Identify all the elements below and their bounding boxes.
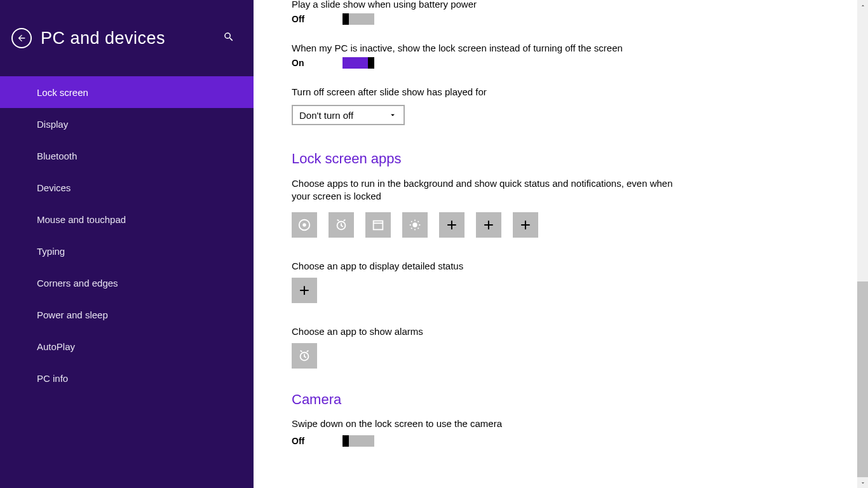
sidebar-item-bluetooth[interactable]: Bluetooth — [0, 140, 254, 172]
scroll-track[interactable] — [857, 11, 868, 477]
inactive-lock-toggle[interactable] — [342, 57, 374, 69]
sidebar-item-label: Mouse and touchpad — [37, 214, 126, 225]
battery-slideshow-state: Off — [292, 14, 342, 24]
detailed-status-slot[interactable]: + — [292, 278, 317, 303]
camera-desc: Swipe down on the lock screen to use the… — [292, 418, 830, 429]
svg-point-4 — [412, 222, 417, 227]
back-arrow-icon — [17, 33, 27, 43]
sidebar-item-corners-edges[interactable]: Corners and edges — [0, 267, 254, 299]
lock-screen-apps-title: Lock screen apps — [292, 151, 830, 167]
app-slot-2[interactable] — [329, 212, 354, 238]
sidebar-item-label: AutoPlay — [37, 341, 75, 352]
circle-dot-icon — [297, 218, 311, 232]
sidebar-item-label: Display — [37, 119, 68, 130]
quick-status-slots: + + + — [292, 212, 830, 238]
search-button[interactable] — [223, 31, 234, 45]
app-slot-1[interactable] — [292, 212, 317, 238]
turnoff-value: Don't turn off — [299, 110, 353, 121]
inactive-lock-state: On — [292, 58, 342, 68]
weather-icon — [408, 218, 422, 232]
sidebar-item-label: PC info — [37, 373, 68, 384]
sidebar-item-devices[interactable]: Devices — [0, 172, 254, 203]
scroll-down-button[interactable] — [857, 477, 868, 488]
app-slot-5-add[interactable]: + — [439, 212, 465, 238]
sidebar-item-power-sleep[interactable]: Power and sleep — [0, 299, 254, 330]
turnoff-dropdown[interactable]: Don't turn off — [292, 105, 405, 125]
camera-title: Camera — [292, 391, 830, 408]
lock-screen-apps-desc: Choose apps to run in the background and… — [292, 177, 686, 203]
sidebar-item-typing[interactable]: Typing — [0, 235, 254, 267]
chevron-down-icon — [860, 480, 866, 486]
chevron-up-icon — [860, 3, 866, 9]
detailed-status-label: Choose an app to display detailed status — [292, 261, 830, 271]
chevron-down-icon — [388, 111, 397, 119]
app-slot-3[interactable] — [365, 212, 391, 238]
sidebar-item-label: Lock screen — [37, 87, 88, 98]
alarm-icon — [334, 218, 348, 232]
sidebar-header: PC and devices — [0, 0, 254, 76]
sidebar-item-lock-screen[interactable]: Lock screen — [0, 76, 254, 108]
camera-toggle[interactable] — [342, 435, 374, 447]
camera-state: Off — [292, 436, 342, 446]
alarms-app-slot[interactable] — [292, 343, 317, 369]
svg-rect-3 — [374, 220, 383, 229]
sidebar: PC and devices Lock screen Display Bluet… — [0, 0, 254, 488]
scroll-thumb[interactable] — [857, 281, 868, 477]
scrollbar — [857, 0, 868, 488]
sidebar-item-display[interactable]: Display — [0, 108, 254, 140]
alarms-app-label: Choose an app to show alarms — [292, 326, 830, 337]
battery-slideshow-toggle[interactable] — [342, 13, 374, 25]
sidebar-item-label: Bluetooth — [37, 151, 77, 161]
app-slot-7-add[interactable]: + — [513, 212, 538, 238]
sidebar-item-autoplay[interactable]: AutoPlay — [0, 330, 254, 362]
turnoff-label: Turn off screen after slide show has pla… — [292, 86, 830, 97]
battery-slideshow-label: Play a slide show when using battery pow… — [292, 0, 830, 10]
svg-point-1 — [302, 223, 306, 227]
sidebar-nav: Lock screen Display Bluetooth Devices Mo… — [0, 76, 254, 394]
alarm-icon — [297, 349, 311, 363]
search-icon — [223, 31, 234, 43]
sidebar-item-mouse-touchpad[interactable]: Mouse and touchpad — [0, 203, 254, 235]
sidebar-item-label: Typing — [37, 246, 65, 257]
sidebar-item-label: Devices — [37, 182, 71, 193]
sidebar-item-pc-info[interactable]: PC info — [0, 362, 254, 394]
inactive-lock-label: When my PC is inactive, show the lock sc… — [292, 43, 830, 53]
back-button[interactable] — [11, 28, 32, 48]
page-title: PC and devices — [41, 29, 165, 48]
sidebar-item-label: Power and sleep — [37, 309, 108, 320]
content-area: Play a slide show when using battery pow… — [254, 0, 868, 488]
scroll-up-button[interactable] — [857, 0, 868, 11]
calendar-icon — [371, 218, 385, 232]
app-slot-6-add[interactable]: + — [476, 212, 501, 238]
app-slot-4[interactable] — [402, 212, 428, 238]
sidebar-item-label: Corners and edges — [37, 278, 118, 288]
